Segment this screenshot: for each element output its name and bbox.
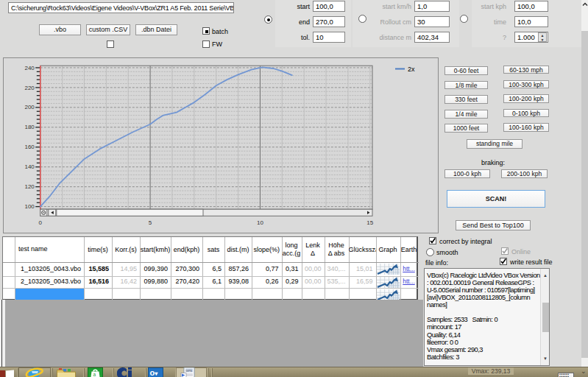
svg-text:5: 5 [149, 219, 152, 226]
svg-text:160: 160 [24, 144, 35, 150]
svg-text:120: 120 [24, 183, 35, 190]
svg-text:100: 100 [24, 203, 35, 210]
svg-text:180: 180 [24, 124, 35, 130]
svg-text:220: 220 [24, 85, 35, 91]
svg-text:240: 240 [24, 65, 35, 71]
svg-text:10: 10 [257, 219, 263, 226]
svg-text:15: 15 [366, 219, 373, 226]
svg-text:GPS: GPS [186, 369, 193, 373]
svg-text:a: a [93, 372, 96, 377]
svg-text:0: 0 [39, 219, 43, 226]
svg-text:140: 140 [24, 163, 35, 170]
svg-text:200: 200 [24, 104, 35, 110]
svg-text:2x: 2x [408, 66, 415, 73]
